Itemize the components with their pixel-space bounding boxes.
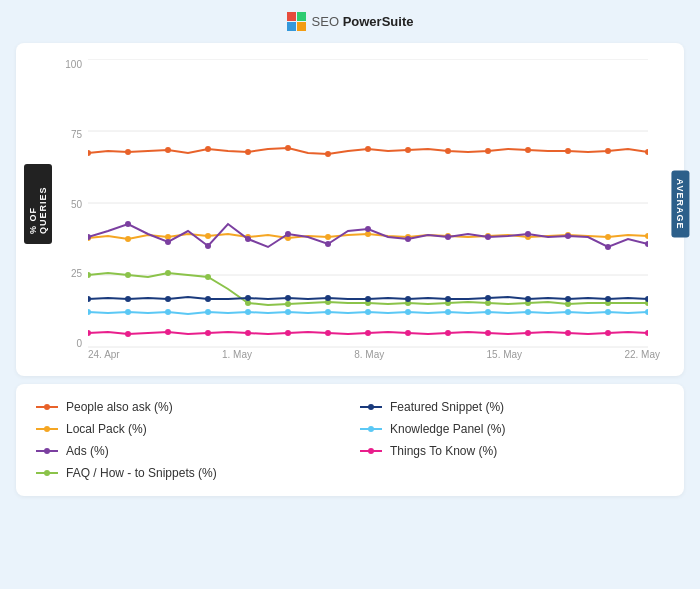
legend-line-icon-ads bbox=[36, 446, 58, 456]
svg-point-41 bbox=[325, 241, 331, 247]
svg-point-111 bbox=[44, 404, 50, 410]
svg-point-45 bbox=[485, 234, 491, 240]
svg-point-123 bbox=[44, 470, 50, 476]
svg-point-14 bbox=[445, 148, 451, 154]
svg-point-55 bbox=[285, 301, 291, 307]
legend-line-icon-things-to-know bbox=[360, 446, 382, 456]
svg-point-42 bbox=[365, 226, 371, 232]
svg-point-13 bbox=[405, 147, 411, 153]
legend-label-people-also-ask: People also ask (%) bbox=[66, 400, 173, 414]
svg-point-66 bbox=[125, 296, 131, 302]
x-label-1: 24. Apr bbox=[88, 349, 120, 360]
svg-point-36 bbox=[125, 221, 131, 227]
svg-point-77 bbox=[565, 296, 571, 302]
legend-item-local-pack: Local Pack (%) bbox=[36, 422, 340, 436]
svg-point-44 bbox=[445, 234, 451, 240]
svg-point-105 bbox=[485, 330, 491, 336]
x-label-2: 1. May bbox=[222, 349, 252, 360]
svg-point-15 bbox=[485, 148, 491, 154]
svg-point-97 bbox=[165, 329, 171, 335]
legend-grid: People also ask (%) Featured Snippet (%)… bbox=[36, 400, 664, 480]
svg-point-72 bbox=[365, 296, 371, 302]
svg-point-109 bbox=[645, 330, 648, 336]
x-label-5: 22. May bbox=[624, 349, 660, 360]
x-label-3: 8. May bbox=[354, 349, 384, 360]
svg-point-98 bbox=[205, 330, 211, 336]
y-tick-50: 50 bbox=[56, 199, 86, 210]
svg-point-95 bbox=[88, 330, 91, 336]
svg-point-87 bbox=[365, 309, 371, 315]
svg-point-106 bbox=[525, 330, 531, 336]
legend-label-knowledge-panel: Knowledge Panel (%) bbox=[390, 422, 505, 436]
legend-label-faq: FAQ / How - to Snippets (%) bbox=[66, 466, 217, 480]
svg-point-91 bbox=[525, 309, 531, 315]
svg-point-49 bbox=[645, 241, 648, 247]
svg-point-107 bbox=[565, 330, 571, 336]
svg-point-104 bbox=[445, 330, 451, 336]
y-tick-0: 0 bbox=[56, 338, 86, 349]
svg-point-6 bbox=[125, 149, 131, 155]
svg-point-100 bbox=[285, 330, 291, 336]
svg-point-71 bbox=[325, 295, 331, 301]
chart-inner: 100 75 50 25 0 bbox=[56, 59, 672, 349]
svg-point-40 bbox=[285, 231, 291, 237]
svg-point-68 bbox=[205, 296, 211, 302]
svg-point-8 bbox=[205, 146, 211, 152]
svg-point-37 bbox=[165, 239, 171, 245]
legend-item-people-also-ask: People also ask (%) bbox=[36, 400, 340, 414]
svg-point-74 bbox=[445, 296, 451, 302]
svg-point-89 bbox=[445, 309, 451, 315]
svg-point-9 bbox=[245, 149, 251, 155]
svg-point-26 bbox=[325, 234, 331, 240]
legend-line-icon-faq bbox=[36, 468, 58, 478]
legend-label-ads: Ads (%) bbox=[66, 444, 109, 458]
svg-point-33 bbox=[605, 234, 611, 240]
x-axis-labels: 24. Apr 1. May 8. May 15. May 22. May bbox=[88, 349, 672, 360]
x-label-4: 15. May bbox=[487, 349, 523, 360]
svg-point-10 bbox=[285, 145, 291, 151]
legend-label-things-to-know: Things To Know (%) bbox=[390, 444, 497, 458]
svg-point-12 bbox=[365, 146, 371, 152]
header: SEO PowerSuite bbox=[287, 0, 414, 39]
svg-point-103 bbox=[405, 330, 411, 336]
svg-point-96 bbox=[125, 331, 131, 337]
svg-point-102 bbox=[365, 330, 371, 336]
legend: People also ask (%) Featured Snippet (%)… bbox=[16, 384, 684, 496]
svg-point-51 bbox=[125, 272, 131, 278]
svg-point-113 bbox=[368, 404, 374, 410]
legend-line-icon-knowledge-panel bbox=[360, 424, 382, 434]
y-tick-25: 25 bbox=[56, 268, 86, 279]
chart-container: % OF QUERIES 100 75 50 25 0 bbox=[16, 43, 684, 376]
legend-label-featured-snippet: Featured Snippet (%) bbox=[390, 400, 504, 414]
svg-point-101 bbox=[325, 330, 331, 336]
svg-point-53 bbox=[205, 274, 211, 280]
svg-point-18 bbox=[605, 148, 611, 154]
svg-point-88 bbox=[405, 309, 411, 315]
svg-point-70 bbox=[285, 295, 291, 301]
line-chart bbox=[88, 59, 648, 349]
legend-line-icon-local-pack bbox=[36, 424, 58, 434]
svg-point-19 bbox=[645, 149, 648, 155]
svg-point-85 bbox=[285, 309, 291, 315]
svg-point-90 bbox=[485, 309, 491, 315]
svg-point-75 bbox=[485, 295, 491, 301]
svg-point-78 bbox=[605, 296, 611, 302]
svg-point-46 bbox=[525, 231, 531, 237]
app-title: SEO PowerSuite bbox=[312, 14, 414, 29]
svg-point-121 bbox=[368, 448, 374, 454]
svg-point-84 bbox=[245, 309, 251, 315]
svg-point-76 bbox=[525, 296, 531, 302]
svg-point-39 bbox=[245, 236, 251, 242]
legend-item-faq: FAQ / How - to Snippets (%) bbox=[36, 466, 340, 480]
svg-point-93 bbox=[605, 309, 611, 315]
svg-point-48 bbox=[605, 244, 611, 250]
average-label: AVERAGE bbox=[672, 171, 690, 238]
svg-point-69 bbox=[245, 295, 251, 301]
svg-point-86 bbox=[325, 309, 331, 315]
svg-point-80 bbox=[88, 309, 91, 315]
y-tick-100: 100 bbox=[56, 59, 86, 70]
svg-point-34 bbox=[645, 233, 648, 239]
svg-point-47 bbox=[565, 233, 571, 239]
logo bbox=[287, 12, 306, 31]
svg-point-17 bbox=[565, 148, 571, 154]
